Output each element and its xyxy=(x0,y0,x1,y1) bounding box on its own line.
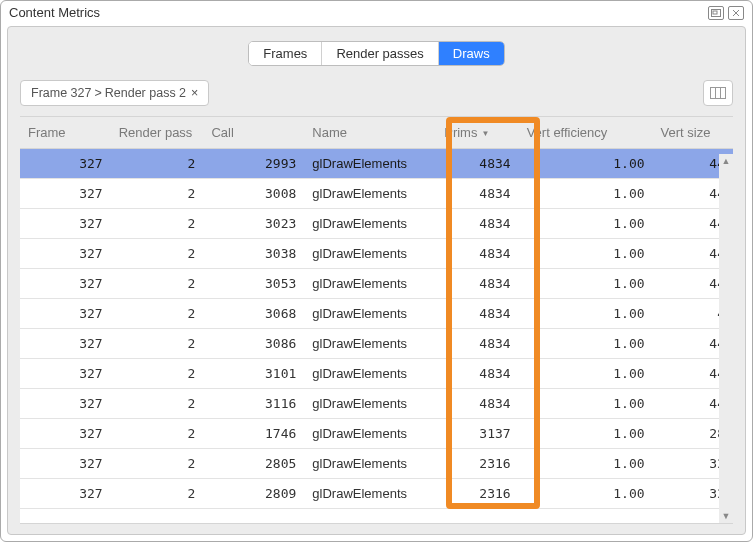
scrollbar-track[interactable] xyxy=(719,168,733,509)
cell-call: 2993 xyxy=(203,149,304,179)
tab-frames[interactable]: Frames xyxy=(249,42,321,65)
cell-name: glDrawElements xyxy=(304,149,436,179)
cell-rp: 2 xyxy=(111,329,204,359)
cell-name: glDrawElements xyxy=(304,389,436,419)
cell-rp: 2 xyxy=(111,419,204,449)
table-row[interactable]: 32722805glDrawElements23161.0032 xyxy=(20,449,733,479)
cell-prims: 4834 xyxy=(436,179,518,209)
cell-name: glDrawElements xyxy=(304,479,436,509)
col-header-vert-size[interactable]: Vert size xyxy=(653,117,733,149)
cell-rp: 2 xyxy=(111,209,204,239)
cell-eff: 1.00 xyxy=(519,359,653,389)
cell-frame: 327 xyxy=(20,419,111,449)
cell-name: glDrawElements xyxy=(304,299,436,329)
table-row[interactable]: 32722993glDrawElements48341.0044 xyxy=(20,149,733,179)
cell-frame: 327 xyxy=(20,479,111,509)
col-header-frame[interactable]: Frame xyxy=(20,117,111,149)
cell-eff: 1.00 xyxy=(519,329,653,359)
close-icon[interactable] xyxy=(728,6,744,20)
cell-name: glDrawElements xyxy=(304,449,436,479)
table-row[interactable]: 32722809glDrawElements23161.0032 xyxy=(20,479,733,509)
cell-name: glDrawElements xyxy=(304,269,436,299)
breadcrumb-frame: Frame 327 xyxy=(31,86,91,100)
cell-name: glDrawElements xyxy=(304,329,436,359)
cell-prims: 2316 xyxy=(436,479,518,509)
cell-rp: 2 xyxy=(111,149,204,179)
table-row[interactable]: 32723023glDrawElements48341.0044 xyxy=(20,209,733,239)
sort-desc-icon: ▼ xyxy=(481,129,489,138)
cell-eff: 1.00 xyxy=(519,389,653,419)
cell-call: 3086 xyxy=(203,329,304,359)
cell-call: 3008 xyxy=(203,179,304,209)
cell-name: glDrawElements xyxy=(304,419,436,449)
cell-eff: 1.00 xyxy=(519,179,653,209)
breadcrumb-render-pass: Render pass 2 xyxy=(105,86,186,100)
cell-eff: 1.00 xyxy=(519,419,653,449)
cell-call: 3068 xyxy=(203,299,304,329)
col-header-call[interactable]: Call xyxy=(203,117,304,149)
table-row[interactable]: 32723086glDrawElements48341.0044 xyxy=(20,329,733,359)
cell-eff: 1.00 xyxy=(519,479,653,509)
col-header-render-pass[interactable]: Render pass xyxy=(111,117,204,149)
table-row[interactable]: 32723053glDrawElements48341.0044 xyxy=(20,269,733,299)
svg-rect-2 xyxy=(711,88,726,99)
cell-name: glDrawElements xyxy=(304,179,436,209)
scroll-down-icon[interactable]: ▼ xyxy=(719,509,733,523)
titlebar: Content Metrics xyxy=(1,1,752,26)
cell-frame: 327 xyxy=(20,209,111,239)
columns-button[interactable] xyxy=(703,80,733,106)
view-selector-row: Frames Render passes Draws xyxy=(20,41,733,66)
metrics-table: Frame Render pass Call Name Prims▼ Vert … xyxy=(20,117,733,509)
table-row[interactable]: 32723116glDrawElements48341.0044 xyxy=(20,389,733,419)
tab-render-passes[interactable]: Render passes xyxy=(321,42,437,65)
cell-rp: 2 xyxy=(111,449,204,479)
cell-name: glDrawElements xyxy=(304,209,436,239)
toolbar: Frame 327 > Render pass 2 × xyxy=(20,80,733,106)
table-row[interactable]: 32723068glDrawElements48341.004 xyxy=(20,299,733,329)
panel-body: Frames Render passes Draws Frame 327 > R… xyxy=(7,26,746,535)
cell-eff: 1.00 xyxy=(519,149,653,179)
scroll-up-icon[interactable]: ▲ xyxy=(719,154,733,168)
cell-prims: 4834 xyxy=(436,239,518,269)
breadcrumb[interactable]: Frame 327 > Render pass 2 × xyxy=(20,80,209,106)
cell-name: glDrawElements xyxy=(304,359,436,389)
col-header-name[interactable]: Name xyxy=(304,117,436,149)
table-row[interactable]: 32723008glDrawElements48341.0044 xyxy=(20,179,733,209)
tab-draws[interactable]: Draws xyxy=(438,42,504,65)
cell-call: 2805 xyxy=(203,449,304,479)
cell-rp: 2 xyxy=(111,239,204,269)
cell-eff: 1.00 xyxy=(519,299,653,329)
svg-rect-1 xyxy=(713,11,717,14)
table-row[interactable]: 32723038glDrawElements48341.0044 xyxy=(20,239,733,269)
breadcrumb-close-icon[interactable]: × xyxy=(191,86,198,100)
cell-prims: 4834 xyxy=(436,299,518,329)
col-header-vert-efficiency[interactable]: Vert efficiency xyxy=(519,117,653,149)
table-row[interactable]: 32721746glDrawElements31371.0028 xyxy=(20,419,733,449)
cell-prims: 4834 xyxy=(436,149,518,179)
cell-prims: 4834 xyxy=(436,359,518,389)
content-metrics-panel: Content Metrics Frames Render passes Dra… xyxy=(0,0,753,542)
vertical-scrollbar[interactable]: ▲ ▼ xyxy=(719,154,733,523)
cell-frame: 327 xyxy=(20,179,111,209)
breadcrumb-sep: > xyxy=(94,86,101,100)
cell-prims: 4834 xyxy=(436,389,518,419)
cell-call: 2809 xyxy=(203,479,304,509)
cell-call: 3116 xyxy=(203,389,304,419)
cell-rp: 2 xyxy=(111,269,204,299)
cell-eff: 1.00 xyxy=(519,209,653,239)
cell-frame: 327 xyxy=(20,329,111,359)
cell-rp: 2 xyxy=(111,389,204,419)
cell-frame: 327 xyxy=(20,269,111,299)
cell-call: 3023 xyxy=(203,209,304,239)
cell-rp: 2 xyxy=(111,299,204,329)
cell-frame: 327 xyxy=(20,239,111,269)
cell-call: 3038 xyxy=(203,239,304,269)
window-controls xyxy=(708,6,744,20)
detach-icon[interactable] xyxy=(708,6,724,20)
cell-call: 1746 xyxy=(203,419,304,449)
table-row[interactable]: 32723101glDrawElements48341.0044 xyxy=(20,359,733,389)
col-header-prims[interactable]: Prims▼ xyxy=(436,117,518,149)
cell-prims: 4834 xyxy=(436,269,518,299)
panel-title: Content Metrics xyxy=(9,5,708,20)
cell-frame: 327 xyxy=(20,389,111,419)
